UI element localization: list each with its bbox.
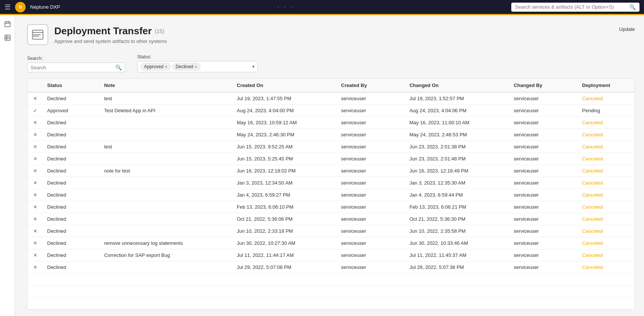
row-changed-by: serviceuser (509, 189, 577, 201)
row-changed-by: serviceuser (509, 225, 577, 237)
row-icon-cell: ✕ (28, 261, 43, 273)
row-deployment[interactable]: Canceled (578, 117, 635, 129)
row-status: Declined (43, 177, 100, 189)
row-changed-by: serviceuser (509, 141, 577, 153)
row-deployment[interactable]: Canceled (578, 249, 635, 261)
row-deployment[interactable]: Canceled (578, 165, 635, 177)
row-note: test (100, 141, 232, 153)
data-table: Status Note Created On Created By Change… (27, 78, 635, 310)
row-deployment[interactable]: Canceled (578, 225, 635, 237)
x-icon: ✕ (33, 216, 37, 222)
row-note (100, 213, 232, 225)
row-deployment[interactable]: Canceled (578, 141, 635, 153)
row-changed-on: Jan 4, 2023, 6:59:44 PM (405, 189, 509, 201)
deployment-link[interactable]: Canceled (582, 216, 603, 222)
row-changed-on: Jan 3, 2023, 12:35:30 AM (405, 177, 509, 189)
search-label: Search: (27, 56, 125, 61)
table-row: ✓ Approved Test Deleted App in API Aug 2… (28, 105, 635, 117)
deployment-link[interactable]: Canceled (582, 252, 603, 258)
deployment-link[interactable]: Canceled (582, 156, 603, 162)
page-title-text: Deployment Transfer (54, 25, 152, 37)
row-icon-cell: ✕ (28, 225, 43, 237)
row-deployment[interactable]: Canceled (578, 129, 635, 141)
row-status: Declined (43, 129, 100, 141)
deployment-link[interactable]: Canceled (582, 204, 603, 210)
row-status: Declined (43, 201, 100, 213)
x-icon: ✕ (33, 120, 37, 125)
row-deployment[interactable]: Canceled (578, 153, 635, 165)
status-tag-approved[interactable]: Approved × (141, 63, 171, 70)
menu-icon[interactable]: ☰ (5, 3, 11, 11)
status-tag-declined-remove[interactable]: × (195, 64, 197, 69)
svg-rect-4 (5, 35, 10, 40)
deployment-link[interactable]: Canceled (582, 96, 603, 101)
search-input[interactable] (31, 65, 113, 70)
row-status: Declined (43, 141, 100, 153)
row-icon-cell: ✕ (28, 213, 43, 225)
deployment-link[interactable]: Canceled (582, 228, 603, 234)
update-button[interactable]: Update (619, 24, 635, 34)
row-changed-by: serviceuser (509, 105, 577, 117)
deployment-link[interactable]: Canceled (582, 120, 603, 125)
row-note (100, 117, 232, 129)
x-icon: ✕ (33, 240, 37, 246)
row-created-on: Feb 13, 2023, 6:06:10 PM (232, 201, 337, 213)
row-note: Test Deleted App in API (100, 105, 232, 117)
page-subtitle: Approve and send system artifacts to oth… (54, 38, 167, 44)
topbar-dots: · · · (65, 3, 507, 11)
sidebar (0, 15, 15, 316)
row-icon-cell: ✕ (28, 249, 43, 261)
row-deployment[interactable]: Canceled (578, 201, 635, 213)
deployment-link[interactable]: Canceled (582, 180, 603, 186)
x-icon: ✕ (33, 168, 37, 174)
table-row-empty (28, 273, 635, 285)
deployment-link[interactable]: Canceled (582, 192, 603, 198)
page-title: Deployment Transfer (15) (54, 25, 167, 37)
row-deployment[interactable]: Canceled (578, 177, 635, 189)
row-created-on: Jul 11, 2022, 11:44:17 AM (232, 249, 337, 261)
deployment-link[interactable]: Canceled (582, 144, 603, 150)
row-deployment[interactable]: Canceled (578, 92, 635, 105)
row-status: Declined (43, 261, 100, 273)
x-icon: ✕ (33, 180, 37, 186)
row-deployment[interactable]: Canceled (578, 261, 635, 273)
topbar: ☰ N Neptune DXP · · · 🔍 (0, 0, 644, 15)
row-created-on: Jul 29, 2022, 5:07:08 PM (232, 261, 337, 273)
deployment-link[interactable]: Canceled (582, 132, 603, 137)
search-input-wrap[interactable]: 🔍 (27, 63, 125, 72)
status-tag-declined[interactable]: Declined × (172, 63, 201, 70)
row-deployment[interactable]: Canceled (578, 237, 635, 249)
row-created-by: serviceuser (337, 213, 405, 225)
table-row: ✕ Declined test Jul 19, 2023, 1:47:55 PM… (28, 92, 635, 105)
row-created-by: serviceuser (337, 189, 405, 201)
row-status: Declined (43, 213, 100, 225)
row-created-on: Jun 15, 2023, 5:25:45 PM (232, 153, 337, 165)
x-icon: ✕ (33, 96, 37, 101)
row-note: remove unnecessary log statements (100, 237, 232, 249)
row-changed-on: Jun 30, 2022, 10:33:46 AM (405, 237, 509, 249)
row-status: Approved (43, 105, 100, 117)
status-tag-approved-remove[interactable]: × (165, 64, 167, 69)
row-note (100, 201, 232, 213)
row-note (100, 261, 232, 273)
deployment-link[interactable]: Canceled (582, 168, 603, 174)
sidebar-icon-calendar[interactable] (2, 18, 14, 30)
row-deployment[interactable]: Canceled (578, 213, 635, 225)
row-note (100, 177, 232, 189)
table-row: ✕ Declined May 24, 2023, 2:46:30 PM serv… (28, 129, 635, 141)
sidebar-icon-list[interactable] (2, 32, 14, 44)
deployment-link[interactable]: Canceled (582, 240, 603, 246)
row-changed-by: serviceuser (509, 237, 577, 249)
row-changed-on: Oct 21, 2022, 5:36:30 PM (405, 213, 509, 225)
main-content: Deployment Transfer (15) Approve and sen… (15, 15, 644, 316)
col-header-changed-on: Changed On (405, 79, 509, 92)
table-row: ✕ Declined test Jun 15, 2023, 9:52:25 AM… (28, 141, 635, 153)
row-deployment[interactable]: Canceled (578, 189, 635, 201)
row-created-on: May 24, 2023, 2:46:30 PM (232, 129, 337, 141)
global-search-input[interactable] (515, 4, 627, 10)
row-created-by: serviceuser (337, 129, 405, 141)
status-filter-wrap[interactable]: Approved × Declined × ▾ (137, 61, 258, 72)
status-tag-declined-text: Declined (176, 64, 193, 69)
deployment-link[interactable]: Canceled (582, 264, 603, 270)
global-search[interactable]: 🔍 (511, 3, 639, 12)
